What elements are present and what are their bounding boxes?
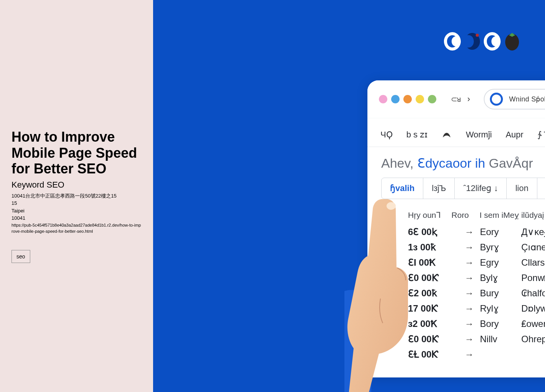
logo-glyph-4 [502, 31, 522, 52]
nav-icons: ⊂ᴚ › [451, 94, 470, 104]
subheader-col: Hŗy ounꞀ [408, 211, 441, 220]
window-dot[interactable] [391, 95, 400, 103]
forward-icon[interactable]: › [467, 94, 470, 104]
filter-segment[interactable]: ⟶ [537, 178, 545, 199]
window-dot[interactable] [403, 95, 412, 103]
address-bar[interactable]: Wnind Sṕolech Qvsarroxing ?mats Qítl ·· [484, 89, 545, 109]
tab-bar: ЧϘ b s ᴢɪ Wormĵi Aupr ∱ Tē Tigeỉv, | nlo… [367, 118, 545, 147]
result-row[interactable]: 17 00Ƙ→RylɣDɒlywo [408, 301, 545, 316]
site-identity-icon [490, 93, 503, 106]
browser-window: ⊂ᴚ › Wnind Sṕolech Qvsarroxing ?mats Qít… [367, 80, 545, 377]
result-row[interactable]: 1з 00ҟ→ByrɣÇıɑne⊦lo płolynrke [408, 240, 545, 255]
result-row[interactable]: Ɛ2 00ҟ→Bury₢halfowigrosxn [408, 286, 545, 301]
subheader-col: I sem iMeỵ ilŭdyaį T003 ƅɑ [480, 211, 545, 220]
address-city: Taipei [11, 207, 142, 215]
browser-chrome: ⊂ᴚ › Wnind Sṕolech Qvsarroxing ?mats Qít… [367, 80, 545, 118]
logo-glyph-3 [482, 31, 502, 52]
tab-item-icon[interactable] [441, 131, 452, 139]
content-area: Ahev, Ɛdycaoor ih GavÅqr ɧvalih lзĵЪ ˆ12… [367, 147, 545, 377]
address-postcode: 10041 [11, 214, 142, 222]
filter-segment[interactable]: lion [507, 178, 537, 199]
sidebar: How to Improve Mobile Page Speed for Bet… [0, 0, 153, 392]
logo-glyph-1 [442, 31, 462, 52]
tab-item[interactable]: ЧϘ [380, 130, 393, 140]
window-dot[interactable] [428, 95, 436, 103]
page-url: https://pub-5c454f571b8e40a3a2aad27ade84… [11, 222, 142, 235]
result-row[interactable]: Ɛ0 00Ƙ→NillvOhrepemsTurare [408, 332, 545, 347]
result-row[interactable]: ƐⱢ 00Ƙ→ [408, 347, 545, 362]
tab-item[interactable]: Aupr [506, 130, 523, 140]
window-dot[interactable] [379, 95, 387, 103]
filter-segment[interactable]: ɧvalih [382, 178, 423, 199]
tab-item[interactable]: ∱ Tē [537, 130, 545, 140]
result-row[interactable]: Ɛ0 00Ƙ→BylɣPonw□.Caurapednth [408, 270, 545, 286]
tab-item[interactable]: b s ᴢɪ [406, 130, 428, 140]
result-row[interactable]: з2 00Ҟ→Βory₤owerave [408, 316, 545, 332]
filter-segment[interactable]: ˆ12lifeɡ ↓ [455, 178, 507, 199]
filter-segment[interactable]: lзĵЪ [423, 178, 455, 199]
tag-label: seo [16, 253, 25, 260]
address-line-2: 15 [11, 199, 142, 207]
address-line-1: 10041台北市中正區忠孝西路一段50號22樓之15 [11, 192, 142, 200]
subheader-col: Roro [452, 211, 469, 220]
results-list: 6Ɛ 00ⱪ→EoryД∨κeɟ ʀuCroves 1з 00ҟ→ByrɣÇıɑ… [381, 224, 545, 362]
address-text: Wnind Sṕolech Qvsarroxing ?mats Qítl ·· [509, 95, 545, 103]
page-title: How to Improve Mobile Page Speed for Bet… [11, 129, 142, 176]
logo-glyph-2 [462, 31, 482, 52]
window-dot[interactable] [416, 95, 424, 103]
hero-panel: ⊂ᴚ › Wnind Sṕolech Qvsarroxing ?mats Qít… [153, 0, 545, 392]
results-subheader: Hŗy ounꞀ Roro I sem iMeỵ ilŭdyaį T003 ƅɑ [381, 205, 545, 224]
tag-box: seo [11, 250, 30, 263]
result-row[interactable]: ƐI 00Ҟ→EgryCllarsınal Ļıeper [408, 255, 545, 270]
content-heading: Ahev, Ɛdycaoor ih GavÅqr [381, 155, 545, 171]
tab-item[interactable]: Wormĵi [466, 130, 492, 140]
svg-point-0 [476, 34, 479, 37]
window-controls [379, 95, 436, 103]
page-subtitle: Keyword SEO [11, 180, 142, 190]
result-row[interactable]: 6Ɛ 00ⱪ→EoryД∨κeɟ ʀuCroves [408, 224, 545, 240]
logo-row [442, 31, 522, 52]
back-icon[interactable]: ⊂ᴚ [451, 95, 460, 104]
filter-segmented: ɧvalih lзĵЪ ˆ12lifeɡ ↓ lion ⟶ T⋎ ⤳ Excie… [381, 178, 545, 199]
